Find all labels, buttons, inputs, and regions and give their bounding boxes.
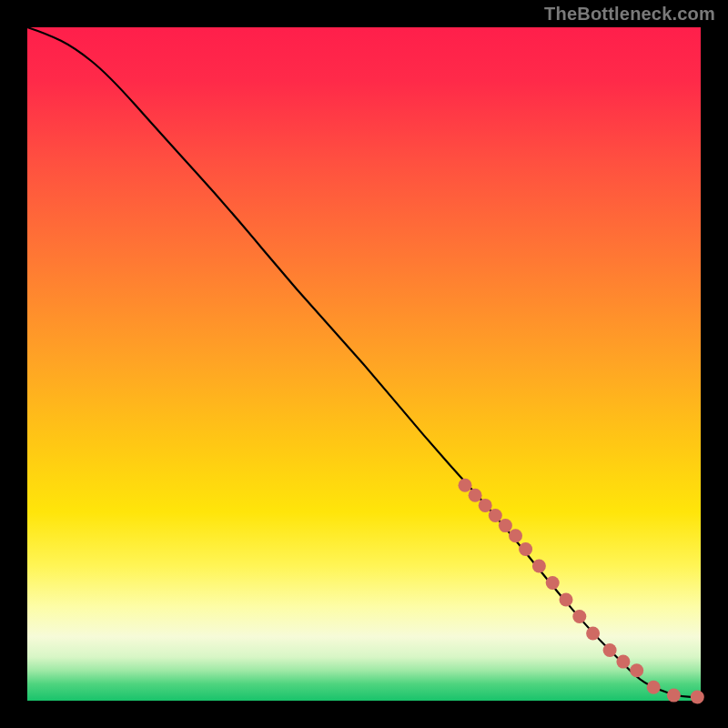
dot <box>691 690 704 703</box>
watermark-text: TheBottleneck.com <box>544 4 715 25</box>
dot <box>546 576 560 590</box>
dot <box>647 681 661 694</box>
chart-svg <box>0 0 728 728</box>
dot <box>459 479 472 492</box>
dot <box>509 529 522 542</box>
dot <box>630 663 643 677</box>
chart-stage: TheBottleneck.com <box>0 0 728 728</box>
dot <box>519 542 532 556</box>
dot <box>499 519 512 532</box>
dot <box>667 689 681 703</box>
dot <box>560 593 573 607</box>
dot <box>603 643 617 657</box>
dot <box>616 655 630 669</box>
dot <box>532 560 546 573</box>
dot <box>489 509 502 522</box>
dot <box>479 499 492 512</box>
dot <box>572 610 586 623</box>
dot <box>586 627 600 641</box>
dot <box>469 489 482 502</box>
